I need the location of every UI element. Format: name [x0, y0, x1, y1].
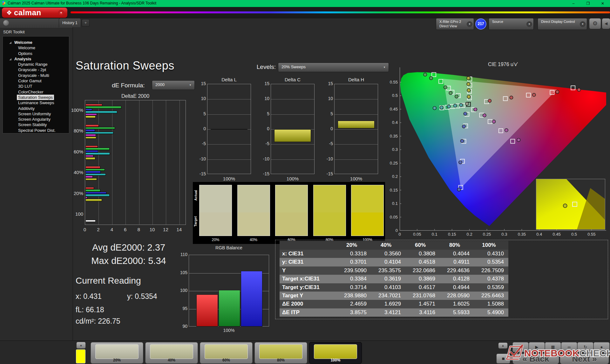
- sidebar-item-spectral-power-dist-[interactable]: Spectral Power Dist.: [3, 128, 69, 133]
- settings-button[interactable]: ⚙: [589, 18, 601, 29]
- bar-cyan-100%: [85, 111, 117, 113]
- cell-value: 0.4128: [440, 275, 474, 283]
- minimize-button[interactable]: –: [566, 0, 581, 7]
- sidebar-item-welcome[interactable]: Welcome: [3, 45, 69, 51]
- y-group-label: 100%: [70, 107, 83, 113]
- cell-value: 0.3808: [405, 250, 440, 258]
- sidebar-item-analysis[interactable]: Analysis: [3, 56, 69, 62]
- cell-value: 0.5354: [474, 258, 508, 266]
- sidebar-item-dynamic-range[interactable]: Dynamic Range: [3, 62, 69, 67]
- sidebar-item-screen-stability[interactable]: Screen Stability: [3, 122, 69, 127]
- sidebar-item-luminance-sweeps[interactable]: Luminance Sweeps: [3, 100, 69, 105]
- sidebar-item-screen-uniformity[interactable]: Screen Uniformity: [3, 111, 69, 117]
- expander-icon[interactable]: [9, 58, 11, 60]
- sidebar-item-screen-angularity[interactable]: Screen Angularity: [3, 117, 69, 122]
- cie-x-tick: 0.25: [480, 232, 493, 237]
- stop-square-icon: ■: [502, 356, 505, 361]
- source-status-stripe: [489, 18, 491, 30]
- y-tick-label: -15: [259, 171, 269, 176]
- x-tick-label: 12: [162, 227, 169, 232]
- sidebar-item-welcome[interactable]: Welcome: [3, 40, 69, 45]
- add-tab-button[interactable]: +: [82, 19, 90, 27]
- sidebar-item-additivity[interactable]: Additivity: [3, 106, 69, 111]
- pattern-button-60%[interactable]: 60%: [200, 342, 253, 364]
- cell-value: 234.7021: [371, 292, 405, 300]
- row-label: y: CIE31: [280, 258, 337, 266]
- swatch-80%: [313, 185, 346, 236]
- reading-y: y: 0.5354: [127, 292, 157, 301]
- sidebar-item-label: Additivity: [18, 106, 35, 111]
- gridline: [335, 129, 378, 130]
- sidebar-item-label: Grayscale - 2pt: [18, 67, 46, 72]
- y-group-label: 100: [70, 211, 83, 217]
- chevron-down-icon[interactable]: ▼: [58, 10, 64, 16]
- y-tick-label: 0: [196, 126, 206, 131]
- gridline: [125, 100, 126, 225]
- sidebar-item-color-gamut[interactable]: Color Gamut: [3, 78, 69, 84]
- bar-blue-20%: [85, 192, 106, 194]
- panel-collapse-button[interactable]: ◀: [602, 18, 610, 29]
- bar-magenta-60%: [85, 155, 93, 158]
- table-header-row: 20%40%60%80%100%: [280, 241, 508, 250]
- workflow-dot-icon[interactable]: [3, 20, 9, 26]
- x-tick-label: 0: [81, 227, 89, 232]
- title-bar: Calman 2025 Calman Ultimate for Business…: [0, 0, 610, 7]
- display-control-dropdown[interactable]: Direct Display Control ▼: [538, 18, 587, 30]
- cie-x-tick: 0.1: [428, 232, 441, 237]
- sidebar-item-3d-lut[interactable]: 3D LUT: [3, 84, 69, 89]
- sidebar-item-label: Luminance Sweeps: [18, 100, 54, 105]
- tab-history-1[interactable]: History 1: [59, 18, 81, 27]
- pattern-swatch: [259, 344, 302, 359]
- sidebar-item-grayscale-multi[interactable]: Grayscale - Multi: [3, 73, 69, 78]
- column-header: 60%: [405, 241, 440, 250]
- cell-value: 0.5359: [474, 283, 508, 292]
- pattern-button-20%[interactable]: 20%: [91, 342, 143, 364]
- y-tick-label: 95: [177, 306, 187, 311]
- row-label: Target x:CIE31: [280, 275, 337, 283]
- sidebar-item-saturation-sweeps[interactable]: Saturation Sweeps: [3, 95, 69, 100]
- cie-y-tick: 0.4: [384, 120, 398, 125]
- y-group-label: 60%: [70, 149, 83, 154]
- column-header: 40%: [371, 241, 405, 250]
- gridline: [207, 144, 251, 145]
- y-group-label: 40%: [70, 170, 83, 175]
- sidebar-item-options[interactable]: Options: [3, 51, 69, 56]
- source-dropdown[interactable]: Source ▼: [489, 18, 534, 30]
- meter-dropdown[interactable]: X-Rite i1Pro 2Direct View ▼: [436, 18, 474, 30]
- delta_l-chart: [207, 84, 251, 174]
- maximize-button[interactable]: ❐: [581, 0, 595, 7]
- cie-x-tick: 0.15: [446, 232, 458, 237]
- cie-y-tick: 0.45: [384, 107, 398, 111]
- delta_l-bar: [211, 129, 247, 130]
- gridline: [180, 100, 180, 225]
- sidebar-item-colorchecker[interactable]: ColorChecker: [3, 89, 69, 95]
- up-arrow-icon: ▲: [502, 344, 505, 347]
- y-tick-label: 15: [259, 81, 269, 86]
- app-window: Calman 2025 Calman Ultimate for Business…: [0, 0, 610, 364]
- workflow-tree: WelcomeWelcomeOptionsAnalysisDynamic Ran…: [3, 36, 69, 133]
- calman-menu-button[interactable]: ❖ calman ▼: [2, 8, 67, 18]
- levels-dropdown[interactable]: 20% Sweeps ▼: [278, 63, 389, 72]
- pattern-button-80%[interactable]: 80%: [254, 342, 307, 364]
- pattern-button-100%[interactable]: 100%: [309, 342, 362, 364]
- expander-icon[interactable]: [9, 42, 11, 44]
- sidebar-item-label: Screen Angularity: [18, 117, 51, 122]
- display-control-status-stripe: [538, 18, 539, 30]
- current-pattern-swatch[interactable]: [76, 349, 85, 363]
- cie-zoom-inset: [536, 179, 605, 230]
- close-button[interactable]: ✕: [595, 0, 610, 7]
- rgb-balance-chart: [189, 255, 269, 327]
- meter-count-badge[interactable]: 217: [475, 18, 486, 30]
- row-label: ΔE ITP: [280, 308, 337, 317]
- gridline: [207, 114, 251, 115]
- sidebar-item-label: Screen Uniformity: [18, 111, 51, 117]
- y-group-label: 80%: [70, 128, 83, 133]
- sidebar-item-grayscale-2pt[interactable]: Grayscale - 2pt: [3, 67, 69, 72]
- cell-value: 0.4944: [440, 283, 474, 292]
- pattern-panel-up-button[interactable]: ▲: [76, 342, 86, 349]
- x-tick-label: 10: [148, 227, 156, 232]
- cell-value: 0.3560: [371, 250, 405, 258]
- table-row: Y239.5090235.3575232.0686229.4636226.750…: [280, 266, 508, 275]
- pattern-button-40%[interactable]: 40%: [145, 342, 198, 364]
- de-formula-dropdown[interactable]: 2000 ▼: [152, 80, 195, 90]
